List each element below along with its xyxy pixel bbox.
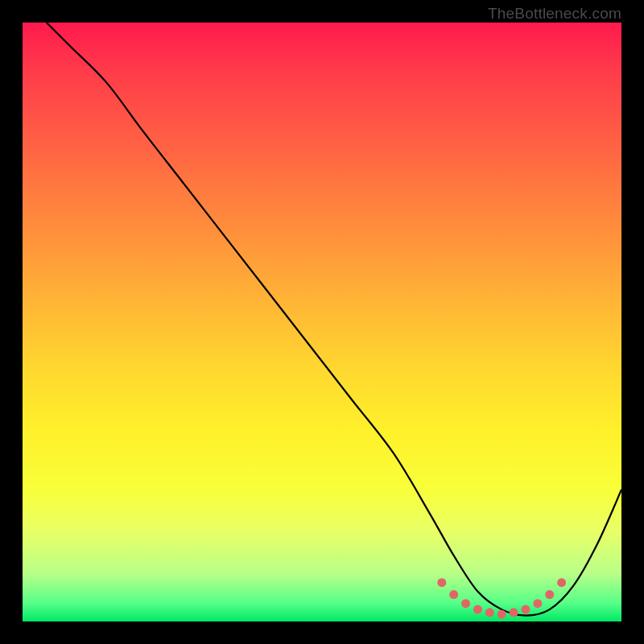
highlight-dot [485, 608, 494, 617]
highlight-dot [497, 610, 506, 619]
highlight-dot [510, 608, 518, 617]
bottleneck-curve [47, 23, 621, 616]
highlight-dots [437, 578, 566, 618]
highlight-dot [545, 590, 554, 599]
highlight-dot [461, 599, 470, 608]
highlight-dot [521, 605, 530, 614]
plot-area [23, 23, 621, 621]
highlight-dot [557, 578, 566, 587]
highlight-dot [449, 590, 458, 599]
highlight-dot [437, 578, 446, 587]
highlight-dot [533, 599, 542, 608]
chart-svg [23, 23, 621, 621]
watermark: TheBottleneck.com [488, 5, 621, 23]
highlight-dot [473, 605, 482, 614]
